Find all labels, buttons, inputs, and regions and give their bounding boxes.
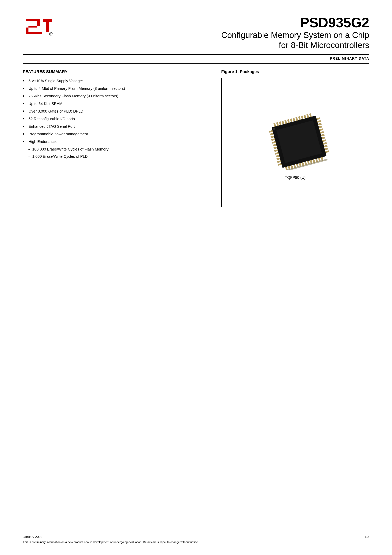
feature-item-8: Programmable power management <box>23 131 210 137</box>
feature-item-1: 5 V±10% Single Supply Voltage: <box>23 78 210 84</box>
left-column: FEATURES SUMMARY 5 V±10% Single Supply V… <box>23 69 210 207</box>
svg-text:®: ® <box>50 33 52 35</box>
footer-notice: This is preliminary information on a new… <box>23 540 369 544</box>
subtitle-line2: for 8-Bit Microcontrollers <box>61 40 369 50</box>
title-block: PSD935G2 Configurable Memory System on a… <box>53 15 369 50</box>
footer-top: January 2002 1/3 <box>23 535 369 539</box>
features-list: 5 V±10% Single Supply Voltage: Up to 4 M… <box>23 78 210 159</box>
feature-item-2: Up to 4 Mbit of Primary Flash Memory (8 … <box>23 86 210 91</box>
chip-svg <box>259 105 331 170</box>
feature-subitem-1: 100,000 Erase/Write Cycles of Flash Memo… <box>23 146 210 152</box>
feature-item-9: High Endurance: <box>23 139 210 145</box>
logo: ® <box>23 15 53 36</box>
feature-item-3: 256Kbit Secondary Flash Memory (4 unifor… <box>23 93 210 99</box>
feature-item-5: Over 3,000 Gates of PLD: DPLD <box>23 108 210 114</box>
content-area: FEATURES SUMMARY 5 V±10% Single Supply V… <box>23 69 369 207</box>
figure-title: Figure 1. Packages <box>221 69 369 74</box>
figure-box: TQFP80 (U) <box>221 78 369 207</box>
product-number: PSD935G2 <box>61 15 369 30</box>
preliminary-text: PRELIMINARY DATA <box>330 57 369 60</box>
footer-page: 1/3 <box>365 535 369 539</box>
right-column: Figure 1. Packages <box>221 69 369 207</box>
subtitle-line1: Configurable Memory System on a Chip <box>61 30 369 40</box>
page: ® PSD935G2 Configurable Memory System on… <box>0 0 392 555</box>
chip-label: TQFP80 (U) <box>285 175 306 180</box>
features-title: FEATURES SUMMARY <box>23 69 210 74</box>
feature-subitem-2: 1,000 Erase/Write Cycles of PLD <box>23 153 210 159</box>
feature-item-4: Up to 64 Kbit SRAM <box>23 101 210 107</box>
preliminary-bar: PRELIMINARY DATA <box>23 57 369 64</box>
footer: January 2002 1/3 This is preliminary inf… <box>23 533 369 544</box>
header: ® PSD935G2 Configurable Memory System on… <box>23 15 369 55</box>
feature-item-6: 52 Reconfigurable I/O ports <box>23 116 210 122</box>
feature-item-7: Enhanced JTAG Serial Port <box>23 124 210 129</box>
footer-date: January 2002 <box>23 535 42 539</box>
svg-rect-1 <box>43 19 52 22</box>
svg-rect-2 <box>46 22 49 32</box>
